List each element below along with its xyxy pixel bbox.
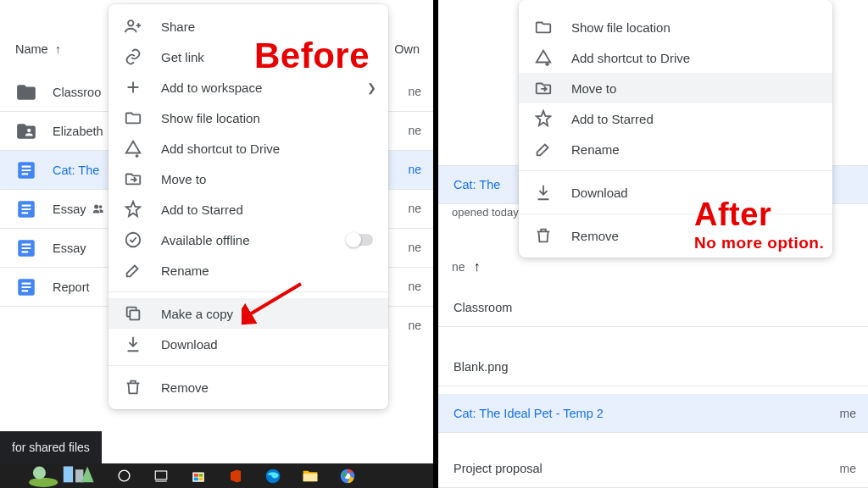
owner-cell: me [840,462,856,475]
offline-icon [124,230,142,249]
svg-rect-4 [130,310,139,319]
menu-label: Download [161,337,218,352]
edge-icon[interactable] [264,467,282,485]
link-icon [124,47,142,66]
store-icon[interactable] [189,467,208,485]
chrome-icon[interactable] [338,467,357,485]
menu-add-workspace[interactable]: Add to workspace❯ [108,72,388,103]
file-name: Cat: The Ideal Pet - Temp 2 [453,407,604,420]
menu-move-to[interactable]: Move to [108,164,388,194]
owner-cell: ne [408,202,421,215]
left-panel: Name ↑ Own Classroo Elizabeth Cat: The E… [0,0,433,488]
svg-point-2 [128,20,133,25]
menu-label: Add to workspace [161,80,262,95]
annotation-after: After [694,197,771,233]
download-icon [124,335,142,353]
menu-add-starred[interactable]: Add to Starred [108,194,388,225]
svg-line-6 [248,284,301,315]
file-row[interactable]: Project proposal [438,449,868,488]
file-row-selected[interactable]: Cat: The Ideal Pet - Temp 2 [438,394,868,433]
menu-show-location[interactable]: Show file location [108,103,388,133]
file-name: Project proposal [453,462,542,475]
arrow-annotation [242,280,305,326]
svg-point-3 [126,233,141,247]
download-icon [534,183,553,202]
svg-point-7 [119,470,130,481]
file-name: Essay [53,241,86,255]
header-name-label: ne [452,260,465,274]
svg-rect-11 [199,474,203,477]
menu-remove[interactable]: Remove [108,372,388,402]
svg-point-0 [94,205,98,209]
menu-download[interactable]: Download [519,177,832,208]
folder-icon [15,81,37,103]
owner-cell: ne [408,163,421,176]
docs-icon [15,198,37,220]
trash-icon [534,226,553,245]
file-name: Blank.png [453,360,509,374]
svg-point-21 [33,466,46,479]
menu-separator [519,214,832,214]
offline-toggle[interactable] [348,234,373,246]
drive-shortcut-icon [534,48,553,67]
file-row[interactable]: Blank.png [438,347,868,386]
annotation-after-sub: No more option. [694,234,824,252]
owner-cell: ne [408,124,421,137]
chevron-right-icon: ❯ [367,81,376,94]
menu-show-location[interactable]: Show file location [519,12,832,42]
owner-cell: ne [408,319,421,332]
file-name: Classroom [453,301,512,314]
file-row[interactable]: Classroom [438,288,868,327]
menu-label: Show file location [161,111,260,125]
right-panel: Cat: The opened today ne ↑ Classroom Bla… [438,0,868,488]
menu-add-shortcut[interactable]: Add shortcut to Drive [519,42,832,73]
menu-label: Add to Starred [161,202,243,217]
folder-outline-icon [534,18,553,36]
file-name: Classroo [53,86,101,99]
context-menu-after: Show file location Add shortcut to Drive… [519,0,832,258]
menu-download[interactable]: Download [108,329,388,359]
menu-label: Rename [571,142,620,157]
owner-cell: me [840,407,856,420]
menu-offline[interactable]: Available offline [108,225,388,255]
column-header-name[interactable]: Name ↑ [15,42,61,56]
docs-icon [15,159,37,181]
menu-label: Available offline [161,233,250,247]
star-icon [124,200,142,219]
sort-arrow-up-icon: ↑ [55,42,61,56]
menu-move-to[interactable]: Move to [519,73,832,103]
person-add-icon [124,17,142,36]
task-view-icon[interactable] [152,467,170,485]
menu-label: Add to Starred [571,112,654,126]
svg-point-18 [29,478,58,487]
move-icon [124,169,142,188]
menu-rename[interactable]: Rename [519,134,832,164]
folder-outline-icon [124,108,142,127]
menu-label: Move to [161,172,206,186]
owner-cell: ne [408,241,421,254]
edit-icon [534,140,553,158]
column-header-name[interactable]: ne ↑ [452,259,481,274]
file-explorer-icon[interactable] [301,467,320,485]
menu-label: Show file location [571,20,670,35]
annotation-before: Before [254,36,370,76]
menu-add-shortcut[interactable]: Add shortcut to Drive [108,133,388,164]
menu-add-starred[interactable]: Add to Starred [519,103,832,134]
docs-icon [15,276,37,298]
cortana-icon[interactable] [114,467,133,485]
column-header-owner[interactable]: Own [394,42,420,56]
svg-rect-8 [155,471,167,480]
opened-today-text: opened today [452,206,519,219]
menu-label: Remove [161,380,209,395]
office-icon[interactable] [226,467,245,485]
menu-separator [108,365,388,366]
owner-cell: ne [408,280,421,293]
svg-rect-15 [303,474,318,481]
edit-icon [124,261,142,280]
menu-separator [519,170,832,171]
menu-label: Get link [161,50,204,64]
sort-arrow-up-icon: ↑ [474,259,481,274]
plus-icon [124,78,142,97]
snackbar-text: for shared files [12,441,90,454]
svg-rect-10 [194,474,198,477]
